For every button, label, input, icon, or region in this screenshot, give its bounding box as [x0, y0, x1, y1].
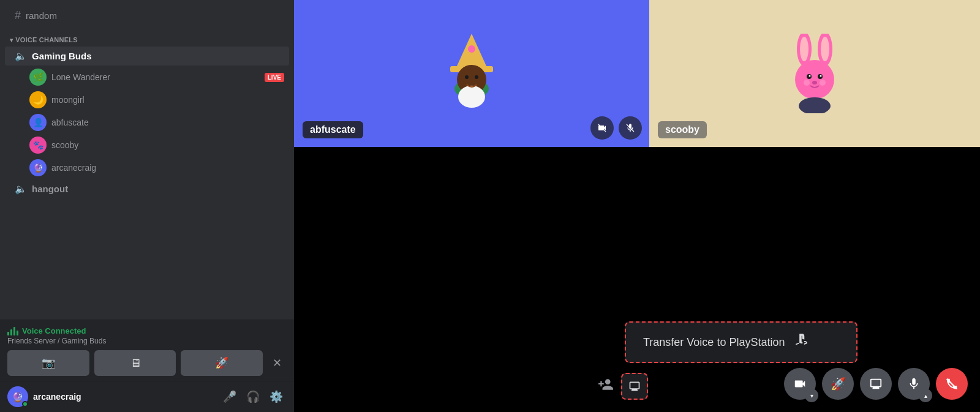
svg-point-6 — [465, 75, 469, 79]
svg-point-20 — [799, 97, 831, 113]
headphones-button[interactable]: 🎧 — [243, 388, 263, 406]
voice-member-scooby[interactable]: 🐾 scooby — [5, 134, 289, 156]
svg-point-22 — [820, 80, 826, 86]
svg-point-14 — [795, 60, 834, 99]
wizard-avatar-svg — [438, 31, 505, 116]
sidebar: # random ▾ VOICE CHANNELS 🔈 Gaming Buds … — [0, 0, 294, 412]
svg-point-2 — [468, 45, 475, 53]
bunny-avatar-svg — [784, 34, 845, 113]
svg-point-7 — [475, 75, 478, 79]
chevron-icon: ▾ — [10, 37, 13, 43]
voice-channel-name-2: hangout — [32, 184, 68, 194]
online-status-dot — [22, 401, 28, 407]
svg-point-17 — [809, 75, 811, 77]
member-name: arcanecraig — [51, 163, 284, 173]
video-grid: abfuscate — [294, 0, 980, 147]
avatar-lone-wanderer: 🌿 — [29, 69, 47, 86]
svg-point-13 — [821, 37, 829, 61]
member-name: scooby — [51, 140, 284, 150]
settings-button[interactable]: ⚙️ — [266, 388, 287, 406]
avatar-abfuscate: 👤 — [29, 114, 47, 131]
user-controls: 🎤 🎧 ⚙️ — [219, 388, 287, 406]
transfer-voice-popup[interactable]: Transfer Voice to PlayStation — [625, 321, 858, 363]
voice-bars-icon — [7, 327, 18, 335]
svg-point-19 — [812, 81, 817, 84]
rt-screenshare-button[interactable] — [860, 368, 892, 400]
speaker-icon: 🔈 — [15, 50, 27, 62]
avatar-arcanecraig: 🔮 — [29, 159, 47, 176]
voice-channel-gaming-buds[interactable]: 🔈 Gaming Buds — [5, 47, 289, 66]
voice-member-arcanecraig[interactable]: 🔮 arcanecraig — [5, 157, 289, 179]
voice-actions: 📷 🖥 🚀 ✕ — [7, 350, 287, 376]
svg-point-5 — [458, 86, 485, 108]
member-name: moongirl — [51, 95, 284, 105]
voice-camera-button[interactable]: 📷 — [7, 350, 89, 376]
abfuscate-video-ctrl-2[interactable] — [619, 116, 642, 140]
channel-item-random[interactable]: # random — [5, 6, 289, 26]
live-badge: LIVE — [265, 73, 284, 82]
svg-point-12 — [800, 37, 809, 61]
rt-mic-btn-wrapper: ▴ — [898, 368, 930, 400]
member-name: abfuscate — [51, 118, 284, 127]
rt-camera-sub-button[interactable]: ▾ — [805, 389, 818, 402]
abfuscate-video-ctrl-1[interactable] — [590, 116, 614, 140]
user-panel: 🔮 arcanecraig 🎤 🎧 ⚙️ — [0, 381, 294, 412]
voice-server-info: Friends Server / Gaming Buds — [7, 337, 287, 345]
voice-channel-hangout[interactable]: 🔈 hangout — [5, 179, 289, 198]
transfer-voice-label: Transfer Voice to PlayStation — [643, 336, 785, 349]
user-avatar: 🔮 — [7, 386, 28, 407]
voice-connected-label: Voice Connected — [7, 326, 287, 335]
video-tile-abfuscate: abfuscate — [294, 0, 649, 147]
rt-mic-sub-button[interactable]: ▴ — [919, 389, 932, 402]
voice-connected-panel: Voice Connected Friends Server / Gaming … — [0, 320, 294, 381]
right-toolbar: ▾ 🚀 ▴ — [784, 368, 968, 400]
mic-button[interactable]: 🎤 — [219, 388, 240, 406]
voice-member-moongirl[interactable]: 🌙 moongirl — [5, 89, 289, 111]
add-friend-button[interactable] — [594, 373, 617, 400]
member-name: Lone Wanderer — [51, 72, 261, 82]
svg-point-18 — [820, 75, 822, 77]
rt-screenshare-btn-wrapper — [860, 368, 892, 400]
playstation-icon — [794, 332, 810, 352]
abfuscate-video-controls — [590, 116, 642, 140]
voice-channel-name: Gaming Buds — [32, 51, 92, 61]
video-tile-scooby: scooby — [649, 0, 980, 147]
hash-icon: # — [15, 9, 21, 22]
voice-member-lone-wanderer[interactable]: 🌿 Lone Wanderer LIVE — [5, 66, 289, 88]
rt-boost-button[interactable]: 🚀 — [822, 368, 854, 400]
avatar-moongirl: 🌙 — [29, 91, 47, 108]
abfuscate-name-badge: abfuscate — [303, 121, 363, 138]
channel-list: # random ▾ VOICE CHANNELS 🔈 Gaming Buds … — [0, 0, 294, 320]
voice-disconnect-button[interactable]: ✕ — [268, 350, 287, 376]
channel-name: random — [26, 10, 57, 21]
rt-boost-btn-wrapper: 🚀 — [822, 368, 854, 400]
rt-camera-btn-wrapper: ▾ — [784, 368, 816, 400]
bottom-area: Transfer Voice to PlayStation — [294, 147, 980, 412]
main-content: abfuscate — [294, 0, 980, 412]
screen-share-active-button[interactable] — [621, 373, 648, 400]
voice-member-abfuscate[interactable]: 👤 abfuscate — [5, 111, 289, 133]
disconnect-button[interactable] — [936, 368, 968, 400]
speaker-icon-2: 🔈 — [15, 183, 27, 195]
voice-channels-header: ▾ VOICE CHANNELS — [0, 26, 294, 46]
voice-section-label: VOICE CHANNELS — [15, 36, 77, 43]
avatar-scooby: 🐾 — [29, 137, 47, 154]
voice-screenshare-button[interactable]: 🖥 — [94, 350, 176, 376]
voice-boost-button[interactable]: 🚀 — [181, 350, 263, 376]
scooby-name-badge: scooby — [658, 121, 707, 138]
bottom-toolbar — [594, 373, 648, 400]
svg-point-21 — [804, 80, 810, 86]
user-name: arcanecraig — [33, 392, 214, 402]
